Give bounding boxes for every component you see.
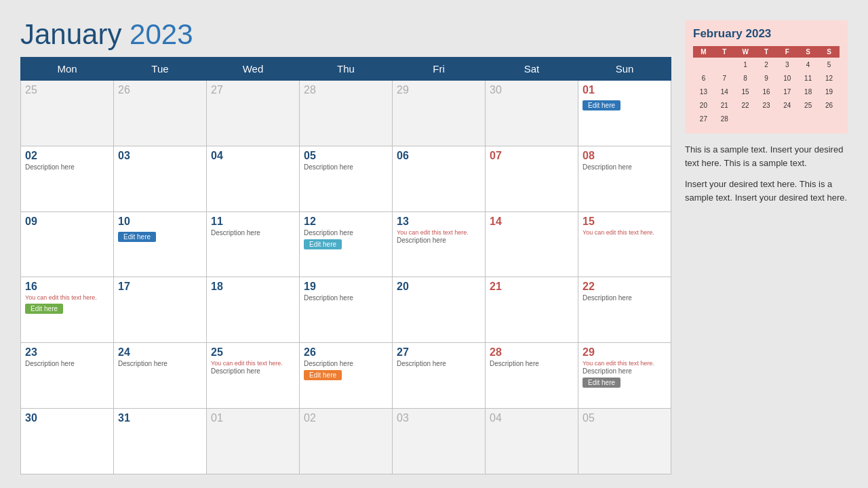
- main-section: January 2023 MonTueWedThuFriSatSun 25262…: [20, 20, 671, 474]
- day-number: 02: [304, 412, 388, 424]
- day-number: 23: [25, 346, 109, 359]
- cal-cell-w0d2[interactable]: 27: [207, 81, 300, 146]
- mini-cell-w0d3[interactable]: 2: [756, 58, 777, 71]
- mini-cell-w3d5[interactable]: 25: [797, 98, 818, 112]
- cal-cell-w4d5[interactable]: 28Description here: [486, 343, 578, 409]
- cal-cell-w1d1[interactable]: 03: [114, 146, 207, 211]
- cal-cell-w5d5[interactable]: 04: [486, 409, 578, 474]
- cal-cell-w4d1[interactable]: 24Description here: [114, 343, 207, 409]
- cal-cell-w3d5[interactable]: 21: [486, 277, 578, 343]
- cal-cell-w2d3[interactable]: 12Description hereEdit here: [300, 211, 393, 277]
- edit-tag[interactable]: Edit here: [118, 232, 156, 242]
- mini-cell-w2d3[interactable]: 16: [756, 85, 777, 98]
- cal-cell-w4d4[interactable]: 27Description here: [393, 343, 486, 409]
- cal-cell-w3d0[interactable]: 16You can edit this text here.Edit here: [21, 277, 114, 343]
- mini-cell-w3d4[interactable]: 24: [776, 98, 797, 112]
- day-description: Description here: [25, 360, 109, 367]
- day-description: Description here: [304, 229, 388, 237]
- cal-cell-w0d4[interactable]: 29: [393, 81, 486, 146]
- mini-cell-w2d6[interactable]: 19: [818, 85, 840, 98]
- edit-tag[interactable]: Edit here: [25, 304, 63, 314]
- edit-tag[interactable]: Edit here: [304, 239, 342, 249]
- mini-cell-w4d0[interactable]: 27: [693, 112, 714, 125]
- cal-cell-w2d4[interactable]: 13You can edit this text here.Descriptio…: [393, 211, 486, 277]
- mini-cell-w1d1[interactable]: 7: [714, 71, 735, 85]
- day-number: 19: [304, 281, 388, 293]
- cal-cell-w5d6[interactable]: 05: [578, 409, 671, 474]
- edit-tag[interactable]: Edit here: [583, 100, 620, 110]
- cal-cell-w0d1[interactable]: 26: [114, 81, 207, 146]
- day-number: 03: [118, 150, 202, 162]
- cal-cell-w2d5[interactable]: 14: [486, 211, 578, 277]
- cal-cell-w5d1[interactable]: 31: [114, 409, 207, 474]
- day-number: 31: [118, 412, 202, 424]
- mini-cell-w0d6[interactable]: 5: [818, 58, 840, 71]
- mini-cell-w2d4[interactable]: 17: [776, 85, 797, 98]
- mini-cell-w4d6: [818, 112, 840, 125]
- cal-cell-w1d2[interactable]: 04: [207, 146, 300, 211]
- mini-cell-w2d5[interactable]: 18: [797, 85, 818, 98]
- cal-cell-w5d3[interactable]: 02: [300, 409, 393, 474]
- cal-cell-w0d3[interactable]: 28: [300, 81, 393, 146]
- cal-cell-w1d5[interactable]: 07: [486, 146, 578, 211]
- mini-cell-w3d0[interactable]: 20: [693, 98, 714, 112]
- cal-cell-w5d0[interactable]: 30: [21, 409, 114, 474]
- cal-cell-w4d0[interactable]: 23Description here: [21, 343, 114, 409]
- mini-cell-w3d3[interactable]: 23: [756, 98, 777, 112]
- day-number: 12: [304, 216, 388, 228]
- cal-cell-w0d5[interactable]: 30: [486, 81, 578, 146]
- mini-cell-w4d1[interactable]: 28: [714, 112, 735, 125]
- mini-col-w: W: [735, 46, 756, 58]
- cal-cell-w4d6[interactable]: 29You can edit this text here.Descriptio…: [578, 343, 671, 409]
- mini-cell-w0d2[interactable]: 1: [735, 58, 756, 71]
- mini-col-f: F: [776, 46, 797, 58]
- sidebar: February 2023 MTWTFSS 123456789101112131…: [685, 20, 848, 474]
- week-row-5: 30310102030405: [21, 409, 671, 474]
- cal-cell-w1d4[interactable]: 06: [393, 146, 486, 211]
- mini-cell-w3d6[interactable]: 26: [818, 98, 840, 112]
- day-number: 15: [583, 216, 667, 228]
- cal-cell-w4d2[interactable]: 25You can edit this text here.Descriptio…: [207, 343, 300, 409]
- mini-cell-w2d1[interactable]: 14: [714, 85, 735, 98]
- cal-cell-w5d4[interactable]: 03: [393, 409, 486, 474]
- mini-cell-w3d1[interactable]: 21: [714, 98, 735, 112]
- cal-cell-w2d1[interactable]: 10Edit here: [114, 211, 207, 277]
- edit-tag[interactable]: Edit here: [304, 370, 342, 380]
- mini-cell-w1d3[interactable]: 9: [756, 71, 777, 85]
- week-row-2: 0910Edit here11Description here12Descrip…: [21, 211, 671, 277]
- mini-cell-w1d6[interactable]: 12: [818, 71, 840, 85]
- sidebar-text-2: Insert your desired text here. This is a…: [685, 178, 848, 204]
- mini-cell-w1d4[interactable]: 10: [776, 71, 797, 85]
- cal-cell-w1d6[interactable]: 08Description here: [578, 146, 671, 211]
- mini-cell-w1d5[interactable]: 11: [797, 71, 818, 85]
- cal-cell-w3d2[interactable]: 18: [207, 277, 300, 343]
- mini-cell-w0d5[interactable]: 4: [797, 58, 818, 71]
- cal-cell-w1d3[interactable]: 05Description here: [300, 146, 393, 211]
- mini-cell-w2d0[interactable]: 13: [693, 85, 714, 98]
- cal-cell-w1d0[interactable]: 02Description here: [21, 146, 114, 211]
- day-note: You can edit this text here.: [25, 294, 109, 301]
- cal-cell-w3d4[interactable]: 20: [393, 277, 486, 343]
- cal-cell-w2d6[interactable]: 15You can edit this text here.: [578, 211, 671, 277]
- day-number: 01: [211, 412, 295, 424]
- cal-cell-w5d2[interactable]: 01: [207, 409, 300, 474]
- col-header-sat: Sat: [486, 58, 578, 81]
- mini-cell-w2d2[interactable]: 15: [735, 85, 756, 98]
- cal-cell-w3d3[interactable]: 19Description here: [300, 277, 393, 343]
- cal-cell-w3d1[interactable]: 17: [114, 277, 207, 343]
- mini-cell-w0d4[interactable]: 3: [776, 58, 797, 71]
- cal-cell-w0d6[interactable]: 01Edit here: [578, 81, 671, 146]
- edit-tag[interactable]: Edit here: [583, 378, 620, 388]
- cal-cell-w2d0[interactable]: 09: [21, 211, 114, 277]
- mini-cell-w1d0[interactable]: 6: [693, 71, 714, 85]
- cal-cell-w2d2[interactable]: 11Description here: [207, 211, 300, 277]
- mini-cell-w1d2[interactable]: 8: [735, 71, 756, 85]
- cal-cell-w4d3[interactable]: 26Description hereEdit here: [300, 343, 393, 409]
- mini-col-t: T: [756, 46, 777, 58]
- day-description: Description here: [211, 229, 295, 237]
- day-note: You can edit this text here.: [583, 229, 667, 236]
- mini-cell-w3d2[interactable]: 22: [735, 98, 756, 112]
- cal-cell-w3d6[interactable]: 22Description here: [578, 277, 671, 343]
- mini-cell-w4d3: [756, 112, 777, 125]
- cal-cell-w0d0[interactable]: 25: [21, 81, 114, 146]
